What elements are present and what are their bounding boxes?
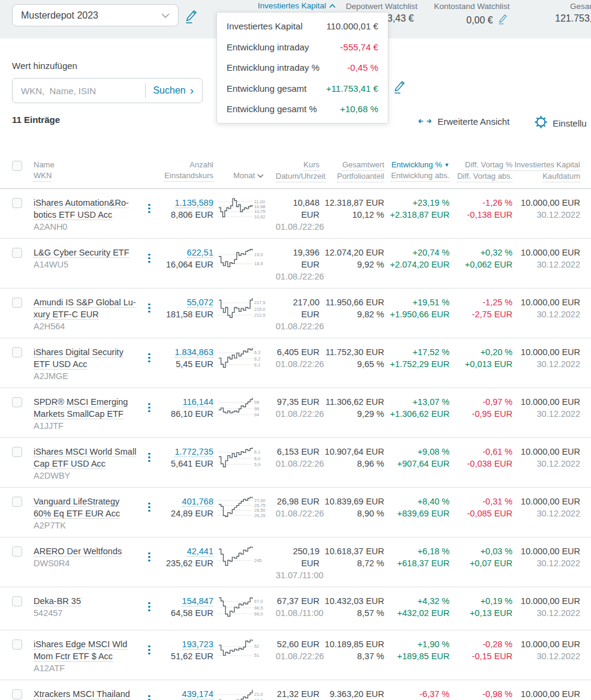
security-name-link[interactable]: Amundi IS S&P Global Lu- [34,298,136,308]
security-name-link-line2[interactable]: 60% Eq ETF EUR Acc [34,509,120,519]
einstandskurs-value: 64,58 EUR [158,607,213,619]
security-name-link[interactable]: iShares MSCI World Small [34,447,136,457]
header-name: Name [34,160,55,170]
edit-depot-pencil-icon[interactable] [183,8,198,26]
row-menu-kebab-icon[interactable] [144,202,154,215]
row-menu-kebab-icon[interactable] [144,252,154,265]
settings-button[interactable]: Einstellu [534,115,587,131]
row-menu-kebab-icon[interactable] [144,302,154,315]
row-checkbox[interactable] [12,497,22,507]
depot-select[interactable]: Musterdepot 2023 [12,4,179,26]
security-name-link-line2[interactable]: Cap ETF USD Acc [34,459,105,469]
row-checkbox[interactable] [12,447,22,457]
kurs-value: 6,153 EUR [276,446,319,458]
security-name-link-line2[interactable]: Markets SmallCap ETF [34,409,123,419]
search-input[interactable] [13,86,145,96]
anzahl-link[interactable]: 401,768 [182,497,213,507]
row-checkbox[interactable] [12,248,22,258]
anzahl-link[interactable]: 116,144 [183,397,213,407]
extended-view-label: Erweiterte Ansicht [438,116,509,127]
security-name-link-line2[interactable]: xury ETF-C EUR [34,310,99,320]
row-menu-kebab-icon[interactable] [144,501,154,514]
security-wkn: DWS0R4 [34,557,144,569]
anzahl-link[interactable]: 622,51 [187,248,213,258]
anzahl-link[interactable]: 439,174 [182,689,213,699]
row-checkbox[interactable] [12,298,22,308]
entwicklung-pct-value: +1,90 % [384,638,450,650]
anzahl-link[interactable]: 1.135,589 [174,198,213,208]
select-all-checkbox[interactable] [12,161,22,171]
security-name-link[interactable]: iShares Automation&Ro- [34,198,129,208]
row-menu-kebab-icon[interactable] [144,600,154,614]
diff-vortag-pct-value: -0,61 % [450,446,512,458]
kaufdatum-value: 30.12.2022 [512,458,580,470]
security-name-link[interactable]: iShares Edge MSCI Wld [34,639,127,650]
entries-count: 11 Einträge [12,115,60,125]
watchlist-konto-label: Kontostand Watchlist [434,2,509,11]
metric-label: Entwicklung gesamt % [227,104,317,114]
edit-konto-pencil-icon[interactable] [497,13,508,28]
gesamt-value: 121.753, [555,13,591,24]
security-name-link[interactable]: SPDR® MSCI Emerging [34,397,128,407]
row-menu-kebab-icon[interactable] [144,401,154,414]
extended-view-button[interactable]: Erweiterte Ansicht [418,116,509,127]
row-checkbox[interactable] [12,596,22,606]
metric-value: -0,45 % [347,62,378,73]
anzahl-link[interactable]: 193,723 [182,639,213,650]
kaufdatum-value: 30.12.2022 [512,308,580,320]
chevron-down-icon [257,174,264,178]
svg-text:26,25: 26,25 [254,513,266,518]
row-checkbox[interactable] [12,546,22,557]
investiertes-kapital-value: 10.000,00 EUR [512,495,580,507]
security-name-link[interactable]: Xtrackers MSCI Thailand [34,689,130,699]
diff-vortag-abs-value: -0,138 EUR [450,209,512,221]
monat-label: Monat [233,170,255,181]
anzahl-link[interactable]: 42,441 [187,546,213,557]
kaufdatum-value: 30.12.2022 [512,607,580,619]
gesamt-label: Gesamt [570,2,591,11]
row-menu-kebab-icon[interactable] [144,551,154,564]
security-name-link-line2[interactable]: ETF USD Acc [34,359,87,369]
entwicklung-pct-value: +23,19 % [384,197,450,209]
row-checkbox[interactable] [12,198,22,208]
diff-vortag-pct-value: -1,26 % [450,197,512,209]
anzahl-link[interactable]: 55,072 [187,298,213,308]
header-entwicklung-pct: Entwicklung % [391,160,442,170]
edit-entwicklung-pencil-icon[interactable] [392,79,406,97]
portfolioanteil-value: 9,65 % [319,358,384,370]
portfolioanteil-value: 8,37 % [319,650,384,662]
einstandskurs-value: 235,62 EUR [158,557,213,569]
kurs-datetime: 01.08./22:26 [276,507,319,519]
search-button[interactable]: Suchen › [146,85,202,97]
portfolioanteil-value: 10,12 % [319,209,384,221]
anzahl-link[interactable]: 1.772,735 [174,447,213,457]
row-checkbox[interactable] [12,639,22,650]
table-row: SPDR® MSCI Emerging Markets SmallCap ETF… [0,388,591,438]
security-wkn: A2ANH0 [34,221,144,233]
metrics-dropdown-toggle[interactable]: Investiertes Kapital [258,1,336,10]
security-name-link-line2[interactable]: botics ETF USD Acc [34,210,112,220]
row-menu-kebab-icon[interactable] [144,693,154,700]
row-menu-kebab-icon[interactable] [144,451,154,464]
security-name-link[interactable]: iShares Digital Security [34,347,123,357]
security-name-link-line2[interactable]: Mom Fctr ETF $ Acc [34,651,113,662]
row-checkbox[interactable] [12,689,22,699]
header-portfolioanteil: Portfolioanteil [337,171,384,182]
row-checkbox[interactable] [12,397,22,407]
security-name-link[interactable]: Deka-BR 35 [34,596,81,606]
security-name-link[interactable]: L&G Cyber Security ETF [34,248,129,258]
monat-dropdown[interactable]: Monat [233,170,264,181]
security-name-link[interactable]: ARERO Der Weltfonds [34,546,122,557]
row-checkbox[interactable] [12,347,22,357]
anzahl-link[interactable]: 154,847 [182,596,213,606]
row-menu-kebab-icon[interactable] [144,351,154,365]
table-row: Vanguard LifeStrategy 60% Eq ETF EUR Acc… [0,488,591,537]
svg-text:6,1: 6,1 [254,449,260,455]
security-name-link[interactable]: Vanguard LifeStrategy [34,497,119,507]
anzahl-link[interactable]: 1.834,863 [174,347,213,357]
gesamtwert-value: 10.618,37 EUR [319,545,384,557]
sort-entwicklung-pct[interactable]: Entwicklung % ▼ [391,160,450,170]
diff-vortag-pct-value: +0,32 % [450,247,512,259]
row-menu-kebab-icon[interactable] [144,644,154,657]
kaufdatum-value: 30.12.2022 [512,358,580,370]
